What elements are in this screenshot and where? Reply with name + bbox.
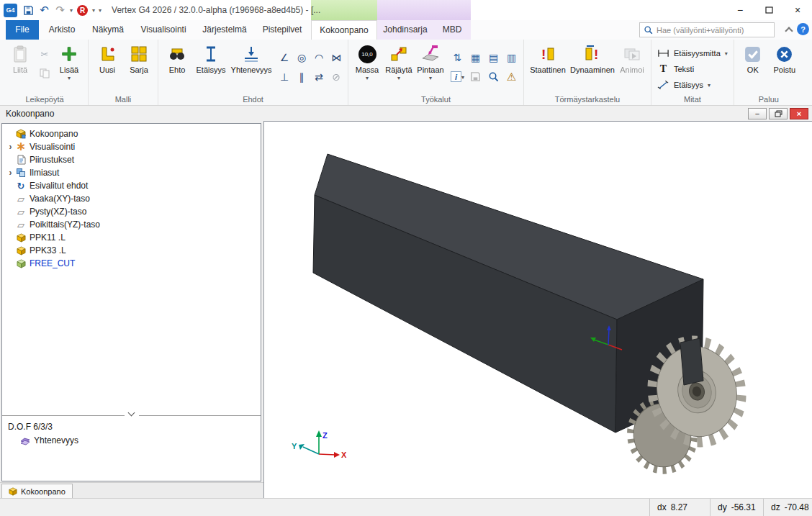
document-button[interactable]: ▤ <box>484 47 502 67</box>
window-minimize-button[interactable]: − <box>726 0 754 20</box>
tab-arkisto[interactable]: Arkisto <box>39 20 85 40</box>
tree-item-vaaka-xy-taso[interactable]: ▱ Vaaka(XY)-taso <box>2 192 261 205</box>
tree-item-visualisointi[interactable]: › ∗ Visualisointi <box>2 140 261 153</box>
tab-mbd[interactable]: MBD <box>433 20 471 40</box>
qat-customize-caret[interactable]: ▾ <box>97 7 103 14</box>
assembly-tree: Kokoonpano › ∗ Visualisointi Piirustukse… <box>1 123 261 481</box>
series-button[interactable]: Sarja <box>123 41 155 93</box>
reorder-button[interactable]: ⇅ <box>448 47 466 67</box>
save-model-button[interactable] <box>466 67 484 86</box>
record-dropdown-caret[interactable]: ▾ <box>91 7 96 14</box>
constraint-row-yhtenevyys[interactable]: Yhtenevyys <box>2 434 261 447</box>
save-button[interactable] <box>21 2 36 18</box>
tree-item-ppk33[interactable]: PPK33 .L <box>2 244 261 257</box>
paste-button[interactable]: Liitä <box>4 41 36 93</box>
group-label-mitat: Mitat <box>651 95 734 104</box>
search-input[interactable] <box>657 26 770 35</box>
layers-button[interactable]: ▥ <box>502 47 520 67</box>
model-keyway[interactable] <box>680 338 703 385</box>
redo-dropdown-caret[interactable]: ▾ <box>68 7 74 14</box>
window-controls: − × <box>726 0 812 20</box>
collapse-ribbon-button[interactable] <box>786 25 792 34</box>
panel-tab-kokoonpano[interactable]: Kokoonpano <box>1 484 73 498</box>
tab-pistepilvet[interactable]: Pistepilvet <box>253 20 311 40</box>
concentric-constraint-button[interactable]: ◎ <box>293 47 310 67</box>
section-collapse-button[interactable] <box>125 411 139 420</box>
quick-access-toolbar: ↶ ↷ ▾ R ▾ ▾ <box>21 2 103 18</box>
viewport-window: Z Y X <box>263 121 812 498</box>
distance-dimension-button[interactable]: Etäisyys ▾ <box>654 78 731 91</box>
tree-item-label: FREE_CUT <box>30 258 75 268</box>
coincidence-button[interactable]: Yhtenevyys <box>229 41 274 93</box>
expand-toggle[interactable]: › <box>6 142 15 152</box>
z-axis-label: Z <box>322 431 328 440</box>
plane-icon: ▱ <box>15 193 27 204</box>
dx-label: dx <box>657 502 667 512</box>
explode-button[interactable]: Räjäytä ▾ <box>383 41 415 93</box>
swap-direction-button[interactable]: ⇄ <box>310 67 328 86</box>
exit-label: Poistu <box>774 65 796 74</box>
redo-button[interactable]: ↷ <box>53 2 68 18</box>
help-button[interactable]: ? <box>797 23 809 35</box>
add-part-button[interactable]: Lisää ▾ <box>53 41 85 93</box>
document-close-button[interactable]: × <box>790 108 808 119</box>
document-minimize-button[interactable]: − <box>748 108 767 119</box>
tab-visualisointi[interactable]: Visualisointi <box>131 20 196 40</box>
cut-button[interactable]: ✂ <box>37 46 53 62</box>
tree-item-label: Poikittais(YZ)-taso <box>30 219 100 230</box>
tree-item-label: Visualisointi <box>30 142 75 152</box>
perpendicular-constraint-button[interactable]: ⊥ <box>276 67 293 86</box>
parallel-constraint-button[interactable]: ∥ <box>293 67 310 86</box>
distance-measure-button[interactable]: Etäisyysmitta ▾ <box>654 46 731 60</box>
to-surface-icon <box>421 44 440 64</box>
tree-item-poikittais-yz-taso[interactable]: ▱ Poikittais(YZ)-taso <box>2 218 261 231</box>
ok-button[interactable]: OK <box>737 41 769 93</box>
animate-button[interactable]: Animoi <box>616 41 648 93</box>
document-restore-button[interactable] <box>769 108 788 119</box>
static-collision-button[interactable]: ! Staattinen <box>527 41 569 93</box>
mass-button[interactable]: 10,0 Massa ▾ <box>351 41 383 93</box>
warning-button[interactable]: ⚠ <box>502 67 520 86</box>
record-button[interactable]: R <box>75 2 90 18</box>
tree-item-pysty-xz-taso[interactable]: ▱ Pysty(XZ)-taso <box>2 205 261 218</box>
tree-item-esivalitut-ehdot[interactable]: ↻ Esivalitut ehdot <box>2 179 261 192</box>
tree-item-kokoonpano-root[interactable]: Kokoonpano <box>2 127 261 140</box>
copy-button[interactable] <box>37 65 53 81</box>
dy-value: -56.31 <box>731 502 756 512</box>
new-model-button[interactable]: Uusi <box>91 41 123 93</box>
text-annotation-button[interactable]: T Teksti <box>654 62 731 76</box>
model-box[interactable] <box>313 154 703 433</box>
tab-file[interactable]: File <box>6 20 39 40</box>
window-maximize-button[interactable] <box>754 0 783 20</box>
tab-jarjestelma[interactable]: Järjestelmä <box>196 20 253 40</box>
dx-value: 8.27 <box>671 502 687 512</box>
fix-constraint-button[interactable]: ⊘ <box>328 67 345 86</box>
tangent-constraint-button[interactable]: ◠ <box>310 47 328 67</box>
coincidence-constraint-icon <box>19 435 31 446</box>
tab-nakyma[interactable]: Näkymä <box>85 20 131 40</box>
angle-constraint-button[interactable]: ∠ <box>276 47 293 67</box>
undo-button[interactable]: ↶ <box>37 2 52 18</box>
window-close-button[interactable]: × <box>783 0 812 20</box>
zoom-tool-button[interactable] <box>484 67 502 86</box>
exit-button[interactable]: Poistu <box>769 41 800 93</box>
tree-item-ilmiasut[interactable]: › Ilmiasut <box>2 166 261 179</box>
expand-toggle[interactable]: › <box>6 168 15 178</box>
to-surface-button[interactable]: Pintaan ▾ <box>415 41 446 93</box>
svg-text:!: ! <box>541 47 546 62</box>
group-label-malli: Malli <box>89 95 158 104</box>
tree-item-free-cut[interactable]: FREE_CUT <box>2 257 261 270</box>
3d-viewport[interactable]: Z Y X <box>264 122 812 498</box>
condition-button[interactable]: Ehto <box>161 41 193 93</box>
dynamic-collision-button[interactable]: ! Dynaaminen <box>569 41 616 93</box>
table-button[interactable]: ▦ <box>466 47 484 67</box>
tree-item-piirustukset[interactable]: Piirustukset <box>2 153 261 166</box>
ok-label: OK <box>747 65 759 74</box>
tab-kokoonpano[interactable]: Kokoonpano <box>311 20 377 40</box>
app-icon: G4 <box>4 4 17 17</box>
symmetry-constraint-button[interactable]: ⋈ <box>328 47 345 67</box>
info-button[interactable]: i▾ <box>448 67 466 86</box>
distance-constraint-button[interactable]: Etäisyys <box>193 41 229 93</box>
tree-item-ppk11[interactable]: PPK11 .L <box>2 231 261 244</box>
tab-johdinsarja[interactable]: Johdinsarja <box>377 20 433 40</box>
